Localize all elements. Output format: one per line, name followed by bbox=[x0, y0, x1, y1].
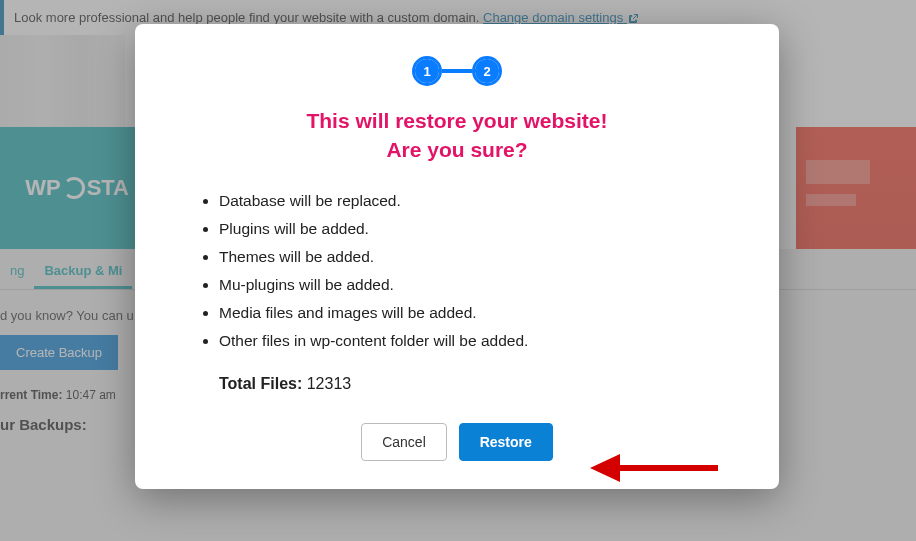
list-item: Mu-plugins will be added. bbox=[219, 271, 739, 299]
list-item: Plugins will be added. bbox=[219, 215, 739, 243]
list-item: Media files and images will be added. bbox=[219, 299, 739, 327]
list-item: Other files in wp-content folder will be… bbox=[219, 327, 739, 355]
list-item: Themes will be added. bbox=[219, 243, 739, 271]
list-item: Database will be replaced. bbox=[219, 187, 739, 215]
cancel-button[interactable]: Cancel bbox=[361, 423, 447, 461]
restore-confirm-modal: 1 2 This will restore your website! Are … bbox=[135, 24, 779, 489]
restore-button[interactable]: Restore bbox=[459, 423, 553, 461]
step-1: 1 bbox=[415, 59, 439, 83]
modal-title: This will restore your website! Are you … bbox=[175, 106, 739, 165]
step-connector bbox=[442, 69, 472, 73]
stepper: 1 2 bbox=[175, 56, 739, 86]
restore-details-list: Database will be replaced. Plugins will … bbox=[175, 187, 739, 355]
step-2: 2 bbox=[475, 59, 499, 83]
modal-actions: Cancel Restore bbox=[175, 423, 739, 461]
total-files: Total Files: 12313 bbox=[175, 375, 739, 393]
